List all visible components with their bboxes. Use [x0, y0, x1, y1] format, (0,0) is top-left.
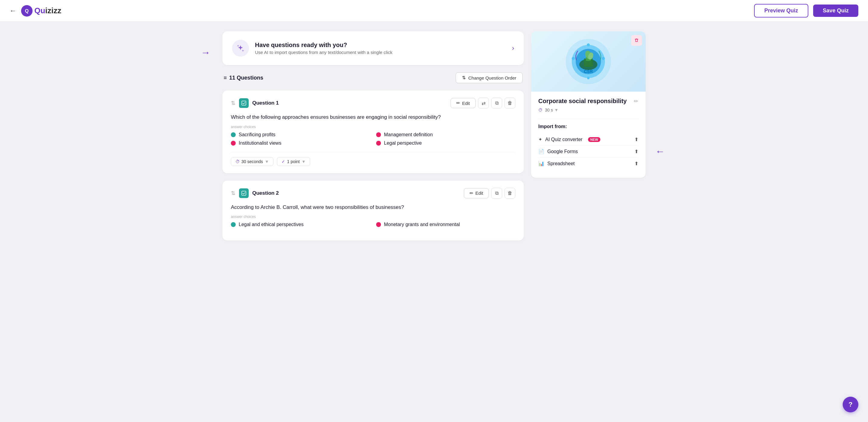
question-1-footer: ⏱ 30 seconds ▼ ✓ 1 point ▼: [231, 152, 516, 166]
edit-icon: ✏: [470, 190, 473, 196]
answer-text: Monetary grants and environmental: [384, 222, 460, 227]
question-1-header: ⇅ Question 1 ✏ Edit ⇄ ⧉: [231, 98, 516, 109]
svg-point-16: [587, 77, 590, 79]
points-label: 1 point: [287, 159, 300, 164]
logo: Q Quizizz: [21, 5, 61, 17]
questions-header: ≡ 11 Questions ⇅ Change Question Order: [222, 72, 524, 83]
time-label: 30 seconds: [241, 159, 263, 164]
drag-handle-icon[interactable]: ⇅: [231, 190, 236, 197]
drag-handle-icon[interactable]: ⇅: [231, 100, 236, 107]
time-badge[interactable]: ⏱ 30 seconds ▼: [231, 157, 273, 166]
wrong-dot: [376, 132, 381, 137]
header-right: Preview Quiz Save Quiz: [754, 4, 858, 18]
trash-icon: [634, 38, 639, 43]
svg-point-14: [602, 57, 605, 60]
spreadsheet-label: Spreadsheet: [547, 161, 575, 167]
spreadsheet-item[interactable]: 📊 Spreadsheet ⬆: [538, 158, 638, 170]
answer-item: Legal and ethical perspectives: [231, 222, 370, 227]
google-forms-item[interactable]: 📄 Google Forms ⬆: [538, 146, 638, 158]
question-2-card: ⇅ Question 2 ✏ Edit ⧉ 🗑: [222, 181, 524, 241]
ai-icon: [232, 40, 249, 57]
answer-item: Legal perspective: [376, 141, 516, 146]
change-order-label: Change Question Order: [468, 76, 516, 81]
edit-label: Edit: [475, 190, 483, 195]
question-1-delete-button[interactable]: 🗑: [504, 98, 516, 109]
caret-down-icon[interactable]: ▾: [555, 107, 558, 113]
caret-down-icon: ▼: [302, 159, 306, 164]
answer-choices-label-1: answer choices: [231, 125, 516, 129]
logo-text: Quizizz: [34, 6, 61, 16]
answer-item: Monetary grants and environmental: [376, 222, 516, 227]
quiz-time-label: 30 s: [545, 108, 553, 113]
logo-icon: Q: [21, 5, 33, 17]
csr-illustration: CSR: [564, 37, 613, 86]
ai-converter-label: AI Quiz converter: [545, 137, 583, 142]
spreadsheet-icon: 📊: [538, 161, 544, 167]
left-arrow-decorator: →: [201, 47, 210, 58]
save-quiz-button[interactable]: Save Quiz: [813, 4, 858, 17]
question-type-icon: [239, 98, 249, 108]
wrong-dot: [376, 141, 381, 146]
svg-point-15: [587, 43, 590, 47]
question-1-swap-button[interactable]: ⇄: [478, 98, 489, 109]
question-1-left: ⇅ Question 1: [231, 98, 279, 108]
answer-text: Management definition: [384, 132, 433, 138]
ai-import-banner[interactable]: Have questions ready with you? Use AI to…: [222, 31, 524, 65]
edit-label: Edit: [462, 101, 470, 106]
import-item-left: ✦ AI Quiz converter NEW: [538, 137, 600, 142]
questions-count: ≡ 11 Questions: [224, 75, 264, 81]
question-2-delete-button[interactable]: 🗑: [504, 188, 516, 199]
import-item-left: 📄 Google Forms: [538, 149, 578, 154]
change-order-button[interactable]: ⇅ Change Question Order: [456, 72, 523, 83]
svg-rect-2: [242, 101, 246, 105]
question-1-text: Which of the following approaches ensure…: [231, 113, 516, 121]
question-1-edit-button[interactable]: ✏ Edit: [451, 98, 475, 108]
question-2-text: According to Archie B. Carroll, what wer…: [231, 204, 516, 211]
back-button[interactable]: ←: [10, 7, 16, 15]
caret-down-icon: ▼: [265, 159, 269, 164]
new-badge: NEW: [588, 137, 601, 142]
ai-banner-chevron-icon[interactable]: ›: [512, 44, 514, 52]
answer-text: Institutionalist views: [239, 141, 281, 146]
quiz-title-edit-icon[interactable]: ✏: [634, 98, 638, 104]
answer-choices-label-2: answer choices: [231, 215, 516, 219]
quiz-title-row: Corporate social responsibility ✏: [538, 98, 638, 104]
google-forms-label: Google Forms: [547, 149, 578, 154]
points-badge[interactable]: ✓ 1 point ▼: [277, 157, 310, 166]
quiz-info-body: Corporate social responsibility ✏ ⏱ 30 s…: [531, 92, 646, 170]
ai-banner-subtitle: Use AI to import questions from any text…: [255, 50, 506, 55]
answer-grid-2: Legal and ethical perspectives Monetary …: [231, 222, 516, 227]
question-2-edit-button[interactable]: ✏ Edit: [464, 188, 489, 198]
quiz-title: Corporate social responsibility: [538, 98, 627, 104]
import-label: Import from:: [538, 124, 638, 129]
upload-icon: ⬆: [634, 161, 638, 167]
sort-icon: ⇅: [462, 75, 466, 81]
upload-icon: ⬆: [634, 137, 638, 142]
ai-quiz-converter-item[interactable]: ✦ AI Quiz converter NEW ⬆: [538, 133, 638, 146]
list-icon: ≡: [224, 75, 227, 81]
quiz-meta: ⏱ 30 s ▾: [538, 107, 638, 113]
question-1-label: Question 1: [252, 100, 279, 106]
question-2-copy-button[interactable]: ⧉: [491, 188, 502, 199]
cover-delete-button[interactable]: [631, 35, 642, 46]
quiz-info-card: CSR Corp: [531, 31, 646, 178]
header: ← Q Quizizz Preview Quiz Save Quiz: [0, 0, 868, 22]
question-2-actions: ✏ Edit ⧉ 🗑: [464, 188, 516, 199]
answer-text: Legal perspective: [384, 141, 422, 146]
left-column: → Have questions ready with you? Use AI …: [222, 31, 524, 241]
svg-rect-3: [242, 191, 246, 195]
timer-icon: ⏱: [236, 159, 240, 164]
help-button[interactable]: ?: [843, 397, 858, 412]
right-panel: ←: [531, 31, 646, 241]
wrong-dot: [376, 222, 381, 227]
question-2-left: ⇅ Question 2: [231, 188, 279, 198]
main-content: → Have questions ready with you? Use AI …: [208, 22, 660, 250]
ai-banner-text: Have questions ready with you? Use AI to…: [255, 41, 506, 55]
ai-icon: ✦: [538, 137, 542, 142]
question-1-copy-button[interactable]: ⧉: [491, 98, 502, 109]
answer-item: Sacrificing profits: [231, 132, 370, 138]
question-1-actions: ✏ Edit ⇄ ⧉ 🗑: [451, 98, 516, 109]
preview-quiz-button[interactable]: Preview Quiz: [754, 4, 808, 18]
answer-grid-1: Sacrificing profits Management definitio…: [231, 132, 516, 146]
answer-text: Legal and ethical perspectives: [239, 222, 304, 227]
